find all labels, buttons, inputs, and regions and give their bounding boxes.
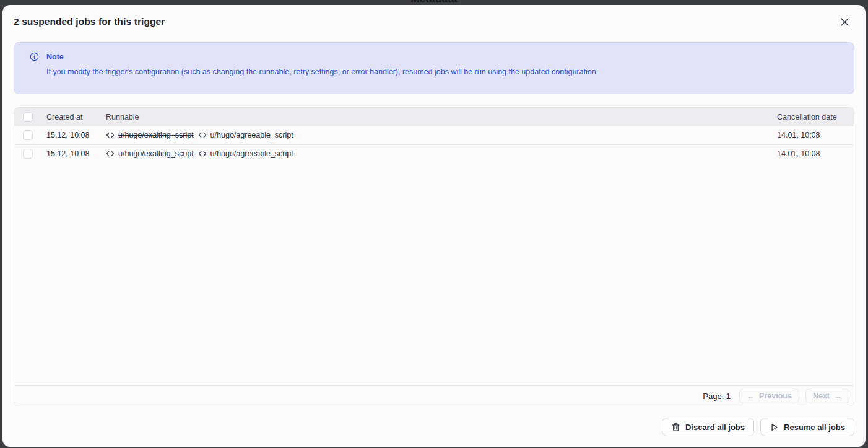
table-footer: Page: 1 ← Previous Next →: [14, 385, 854, 406]
runnable-old-path: u/hugo/exalting_script: [118, 131, 194, 139]
code-icon: [198, 149, 207, 158]
close-button[interactable]: [836, 13, 853, 30]
select-all-checkbox[interactable]: [23, 112, 33, 122]
modal-title: 2 suspended jobs for this trigger: [14, 16, 165, 27]
code-icon: [106, 149, 115, 158]
column-header-cancellation-date: Cancellation date: [777, 113, 854, 121]
row-checkbox[interactable]: [23, 149, 33, 159]
play-icon: [770, 423, 779, 432]
page-indicator: Page: 1: [703, 392, 731, 401]
code-icon: [198, 131, 207, 139]
column-header-created-at: Created at: [46, 113, 106, 121]
code-icon: [106, 131, 115, 139]
suspended-jobs-table: Created at Runnable Cancellation date 15…: [14, 107, 854, 406]
resume-all-jobs-button[interactable]: Resume all jobs: [760, 418, 854, 436]
arrow-right-icon: →: [834, 392, 842, 400]
created-at-value: 15.12, 10:08: [46, 149, 106, 158]
cancellation-date-value: 14.01, 10:08: [777, 149, 854, 158]
previous-page-label: Previous: [759, 392, 792, 400]
column-header-runnable: Runnable: [106, 113, 777, 121]
runnable-new-path: u/hugo/agreeable_script: [210, 131, 293, 139]
created-at-value: 15.12, 10:08: [46, 131, 106, 139]
note-body: If you modify the trigger's configuratio…: [46, 67, 844, 77]
resume-all-jobs-label: Resume all jobs: [784, 423, 845, 432]
runnable-new-path: u/hugo/agreeable_script: [210, 149, 293, 158]
row-checkbox[interactable]: [23, 130, 33, 140]
discard-all-jobs-label: Discard all jobs: [685, 423, 745, 432]
previous-page-button[interactable]: ← Previous: [739, 389, 799, 403]
cancellation-date-value: 14.01, 10:08: [777, 131, 854, 139]
discard-all-jobs-button[interactable]: Discard all jobs: [662, 418, 754, 436]
suspended-jobs-modal: 2 suspended jobs for this trigger Note I…: [2, 5, 866, 447]
note-title: Note: [46, 53, 64, 61]
table-row[interactable]: 15.12, 10:08 u/hugo/exalting_script: [14, 126, 854, 144]
runnable-old-path: u/hugo/exalting_script: [118, 149, 194, 158]
info-icon: [30, 52, 39, 61]
arrow-left-icon: ←: [747, 392, 755, 400]
close-icon: [839, 16, 851, 28]
next-page-button[interactable]: Next →: [805, 389, 849, 403]
note-banner: Note If you modify the trigger's configu…: [14, 42, 854, 94]
table-header-row: Created at Runnable Cancellation date: [14, 108, 854, 126]
table-row[interactable]: 15.12, 10:08 u/hugo/exalting_script: [14, 144, 854, 163]
modal-actions: Discard all jobs Resume all jobs: [662, 418, 854, 436]
next-page-label: Next: [813, 392, 830, 400]
modal-header: 2 suspended jobs for this trigger: [2, 5, 866, 38]
trash-icon: [671, 423, 680, 432]
